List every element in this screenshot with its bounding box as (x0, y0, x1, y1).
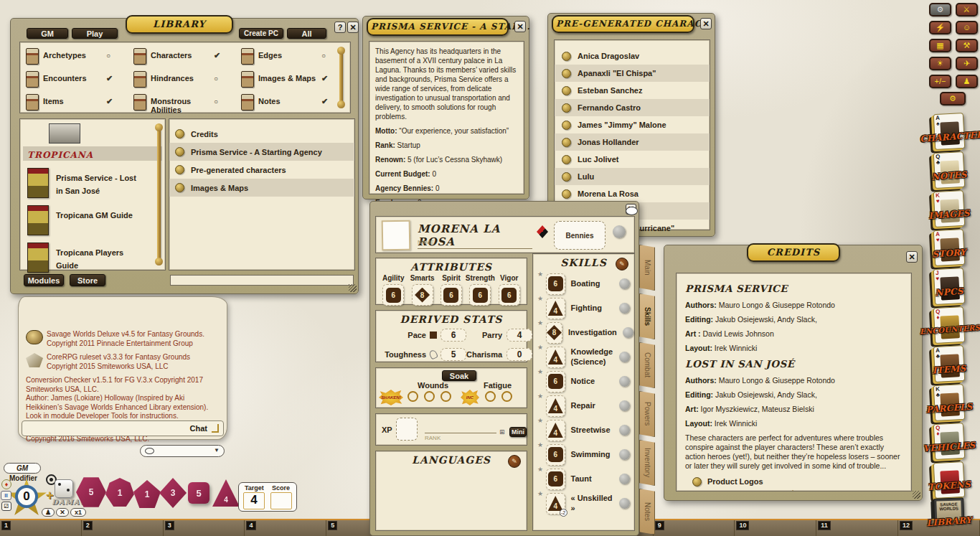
library-category[interactable]: Items (26, 94, 133, 117)
day-night-icon[interactable]: ☀ (929, 57, 951, 70)
sidebar-item-items[interactable]: A♣ Items (925, 346, 973, 382)
monkey-icon[interactable]: ☺ (956, 21, 978, 34)
skill-roll-button[interactable] (619, 278, 630, 289)
library-category[interactable]: Edges (241, 48, 349, 71)
category-checkbox[interactable] (214, 71, 218, 83)
sidebar-item-characters[interactable]: A♠ Characters (925, 113, 973, 149)
category-checkbox[interactable] (106, 94, 113, 106)
skill-roll-button[interactable] (619, 449, 630, 460)
category-checkbox[interactable] (321, 48, 326, 60)
character-link[interactable]: Esteban Sanchez (555, 82, 710, 99)
resize-grip[interactable] (349, 284, 357, 292)
crafting-icon[interactable]: ⚒ (956, 39, 978, 52)
target-value-slot[interactable]: 4 (243, 492, 265, 509)
character-link[interactable]: Morena La Rosa (555, 185, 710, 202)
bennies-button[interactable]: Bennies (554, 221, 606, 250)
pace-value[interactable]: 6 (440, 329, 466, 342)
sidebar-item-notes[interactable]: Q♣ Notes (925, 152, 973, 188)
library-title[interactable]: Library (126, 15, 233, 34)
modifiers-icon[interactable]: +/− (929, 75, 951, 88)
score-value-slot[interactable] (270, 492, 292, 509)
attribute-die-button[interactable]: 6 (440, 284, 462, 306)
tab-combat[interactable]: Combat (639, 342, 655, 388)
sidebar-item-parcels[interactable]: K♣ Parcels (925, 385, 973, 420)
tab-skills[interactable]: Skills (639, 293, 655, 339)
character-sheet-window[interactable]: Main Skills Combat Powers Inventory Note… (369, 201, 639, 536)
credits-title[interactable]: Credits (747, 243, 840, 262)
library-content-link[interactable]: Credits (169, 125, 354, 143)
fatigue-slot[interactable] (501, 391, 512, 402)
sidebar-item-story[interactable]: A♥ Story (925, 230, 973, 265)
prisma-service-window[interactable]: Prisma Service - A Star... This Agency h… (362, 16, 529, 199)
attribute-die-button[interactable]: 6 (382, 284, 404, 306)
soak-button[interactable]: Soak (442, 370, 476, 381)
gm-filter-button[interactable]: GM (27, 28, 68, 39)
xp-input[interactable] (396, 418, 418, 441)
bullet-toggle[interactable]: ♟ (42, 508, 55, 517)
sidebar-item-tokens[interactable]: Tokens (925, 462, 973, 498)
create-pc-button[interactable]: Create PC (239, 28, 283, 39)
skill-die-button[interactable]: 4 -2 (546, 493, 565, 514)
effects-icon[interactable]: ⚡ (929, 21, 951, 34)
skill-roll-button[interactable] (619, 376, 630, 387)
options-gear-icon[interactable]: ⚙ (940, 92, 966, 105)
close-icon[interactable] (347, 22, 359, 33)
tab-notes[interactable]: Notes (639, 489, 655, 535)
tab-powers[interactable]: Powers (639, 391, 655, 437)
incapacitated-icon[interactable]: Inc (461, 390, 479, 405)
character-link[interactable]: Apanaxli "El Chispa" (555, 65, 710, 82)
hotbar-slot[interactable]: 9 (654, 520, 735, 536)
damage-die[interactable] (55, 479, 73, 498)
skill-roll-button[interactable] (619, 425, 630, 436)
gm-identity-pill[interactable]: GM (4, 463, 41, 474)
portrait[interactable] (382, 220, 411, 251)
wound-slot[interactable] (440, 391, 451, 402)
modules-button[interactable]: Modules (24, 274, 64, 286)
library-search-input[interactable] (170, 275, 354, 286)
hotbar-slot[interactable]: 4 (245, 520, 326, 536)
modifier-value-circle[interactable]: 0 (15, 485, 38, 508)
help-button[interactable]: ? (334, 22, 346, 33)
skill-die-button[interactable]: 6 (546, 371, 565, 392)
character-name-field[interactable]: Morena La Rosa (418, 222, 532, 249)
skill-die-button[interactable]: 4 (546, 420, 565, 441)
category-checkbox[interactable] (321, 94, 328, 106)
library-category[interactable]: Encounters (26, 71, 133, 94)
library-category[interactable]: Images & Maps (241, 71, 349, 94)
token-circle[interactable] (613, 225, 626, 238)
attribute-die-button[interactable]: 6 (499, 284, 520, 306)
module-entry[interactable]: Tropicana Players Guide (27, 243, 165, 273)
parry-value[interactable]: 4 (507, 329, 532, 342)
hotbar-slot[interactable]: 11 (816, 520, 898, 536)
skill-die-button[interactable]: 4 (546, 395, 565, 417)
library-window[interactable]: Library GM Play Create PC All ? Archetyp… (10, 18, 359, 294)
pace-icon[interactable] (430, 332, 437, 339)
skill-roll-button[interactable] (619, 352, 630, 362)
combat-icon[interactable]: ⚔ (956, 3, 978, 17)
die-d8[interactable]: 3 (159, 478, 187, 508)
expand-icon[interactable]: ⊞ (499, 428, 505, 436)
skill-roll-button[interactable] (619, 474, 630, 484)
character-link[interactable]: James "Jimmy" Malone (555, 116, 710, 133)
charisma-value[interactable]: 0 (507, 348, 532, 361)
character-link[interactable]: Fernando Castro (555, 99, 710, 116)
dice-icon[interactable]: ⚂ (1, 502, 11, 511)
library-content-link[interactable]: Prisma Service - A Starting Agency (169, 143, 354, 161)
hotbar-slot[interactable]: 10 (735, 520, 816, 536)
edit-languages-icon[interactable] (508, 455, 521, 468)
figure-icon[interactable]: ♟ (956, 75, 978, 88)
skill-die-button[interactable]: 6 (546, 469, 565, 490)
skill-die-button[interactable]: 8 (546, 322, 562, 344)
skill-roll-button[interactable] (619, 498, 630, 509)
multiplier-pill[interactable]: x1 (70, 508, 86, 517)
chat-bubble-icon[interactable] (626, 207, 638, 215)
category-checkbox[interactable] (106, 71, 113, 83)
store-button[interactable]: Store (70, 274, 105, 286)
die-d4[interactable]: 4 (212, 479, 240, 507)
close-icon[interactable] (700, 18, 712, 29)
toughness-value[interactable]: 5 (440, 348, 466, 361)
skill-roll-button[interactable] (623, 327, 633, 338)
mini-button[interactable]: Mini (509, 427, 527, 437)
ufo-icon[interactable]: ✈ (956, 57, 978, 70)
library-category[interactable]: Monstrous Abilities (133, 94, 241, 117)
